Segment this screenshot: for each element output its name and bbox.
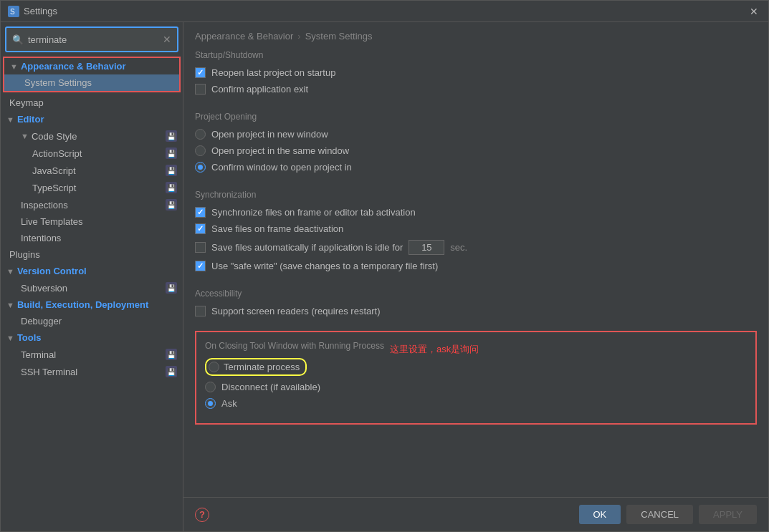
breadcrumb: Appearance & Behavior › System Settings	[183, 22, 768, 47]
sidebar-item-terminal[interactable]: Terminal 💾	[1, 346, 183, 363]
ask-label: Ask	[221, 398, 237, 409]
sidebar-item-subversion[interactable]: Subversion 💾	[1, 279, 183, 296]
sidebar-label: ActionScript	[32, 148, 82, 159]
sidebar-item-inspections[interactable]: Inspections 💾	[1, 196, 183, 213]
window-title: Settings	[24, 6, 747, 16]
disconnect-label: Disconnect (if available)	[221, 382, 320, 392]
confirm-window-radio[interactable]	[195, 162, 206, 173]
confirm-exit-row: Confirm application exit	[195, 84, 757, 95]
same-window-row: Open project in the same window	[195, 145, 757, 156]
reopen-last-checkbox[interactable]: ✓	[195, 67, 206, 78]
help-button[interactable]: ?	[195, 508, 209, 522]
save-deactivation-checkbox[interactable]: ✓	[195, 223, 206, 234]
sidebar-item-keymap[interactable]: Keymap	[1, 95, 183, 111]
disconnect-row: Disconnect (if available)	[205, 382, 747, 392]
sidebar-item-ssh-terminal[interactable]: SSH Terminal 💾	[1, 363, 183, 380]
startup-shutdown-title: Startup/Shutdown	[195, 47, 757, 60]
sidebar-item-build-execution[interactable]: ▼ Build, Execution, Deployment	[1, 296, 183, 313]
sidebar-label: System Settings	[24, 77, 92, 88]
sidebar-label: SSH Terminal	[21, 367, 77, 377]
synchronization-section: Synchronization ✓ Synchronize files on f…	[195, 187, 757, 271]
sidebar-item-actionscript[interactable]: ActionScript 💾	[1, 145, 183, 162]
sidebar-item-debugger[interactable]: Debugger	[1, 313, 183, 329]
sidebar-item-plugins[interactable]: Plugins	[1, 246, 183, 263]
sidebar-item-appearance-behavior[interactable]: ▼ Appearance & Behavior	[4, 58, 179, 74]
save-auto-checkbox[interactable]	[195, 242, 206, 253]
sidebar-label: Editor	[17, 114, 44, 125]
checkbox-check-icon: ✓	[197, 224, 204, 233]
sidebar-label: Terminal	[21, 349, 56, 360]
sidebar-item-code-style[interactable]: ▼ Code Style 💾	[1, 127, 183, 145]
highlighted-sidebar-group: ▼ Appearance & Behavior System Settings	[3, 57, 181, 92]
terminate-process-radio[interactable]	[209, 362, 219, 372]
save-deactivation-row: ✓ Save files on frame deactivation	[195, 223, 757, 234]
sidebar-item-typescript[interactable]: TypeScript 💾	[1, 179, 183, 196]
disconnect-radio[interactable]	[205, 382, 216, 392]
app-icon: S	[8, 6, 19, 17]
expand-arrow: ▼	[10, 62, 18, 71]
screen-readers-checkbox[interactable]	[195, 306, 206, 316]
save-badge: 💾	[166, 130, 177, 142]
footer-left: ?	[195, 508, 573, 522]
svg-text:S: S	[10, 8, 15, 16]
save-deactivation-label: Save files on frame deactivation	[211, 223, 343, 234]
breadcrumb-system-settings: System Settings	[305, 31, 373, 42]
close-button[interactable]: ✕	[747, 4, 761, 19]
safe-write-checkbox[interactable]: ✓	[195, 261, 206, 271]
sidebar-label: Debugger	[21, 316, 62, 327]
sidebar-item-editor[interactable]: ▼ Editor	[1, 111, 183, 127]
new-window-label: Open project in new window	[211, 129, 328, 140]
sidebar-label: Intentions	[21, 233, 61, 243]
same-window-radio[interactable]	[195, 145, 206, 156]
screen-readers-label: Support screen readers (requires restart…	[211, 306, 381, 316]
save-badge: 💾	[166, 147, 177, 159]
sidebar-label: Keymap	[9, 97, 44, 108]
accessibility-title: Accessibility	[195, 286, 757, 299]
checkbox-check-icon: ✓	[197, 68, 204, 77]
sync-files-checkbox[interactable]: ✓	[195, 207, 206, 218]
sidebar-item-tools[interactable]: ▼ Tools	[1, 329, 183, 346]
chinese-annotation: 这里设置，ask是询问	[390, 343, 479, 356]
sidebar-label: Plugins	[9, 249, 40, 260]
idle-time-input[interactable]	[409, 240, 444, 255]
accessibility-section: Accessibility Support screen readers (re…	[195, 286, 757, 316]
sidebar-label: Tools	[17, 332, 42, 343]
breadcrumb-separator: ›	[297, 31, 300, 42]
project-opening-title: Project Opening	[195, 109, 757, 122]
sidebar-item-live-templates[interactable]: Live Templates	[1, 213, 183, 230]
search-input[interactable]	[28, 34, 163, 45]
ask-radio[interactable]	[205, 398, 216, 409]
new-window-row: Open project in new window	[195, 129, 757, 140]
screen-readers-row: Support screen readers (requires restart…	[195, 306, 757, 316]
sidebar-item-system-settings[interactable]: System Settings	[4, 74, 179, 91]
settings-content: Startup/Shutdown ✓ Reopen last project o…	[183, 47, 768, 497]
terminate-process-label: Terminate process	[224, 362, 300, 372]
sidebar-label: Inspections	[21, 200, 68, 211]
sidebar: 🔍 ✕ ▼ Appearance & Behavior System Setti…	[1, 22, 183, 531]
save-badge: 💾	[166, 182, 177, 193]
sidebar-label: Build, Execution, Deployment	[17, 299, 148, 310]
ok-button[interactable]: OK	[579, 505, 621, 524]
sidebar-item-intentions[interactable]: Intentions	[1, 230, 183, 246]
expand-arrow: ▼	[6, 334, 14, 342]
settings-window: S Settings ✕ 🔍 ✕ ▼ Appearance & Behavior	[0, 0, 769, 532]
startup-shutdown-section: Startup/Shutdown ✓ Reopen last project o…	[195, 47, 757, 95]
sidebar-label: Code Style	[32, 131, 77, 142]
reopen-last-label: Reopen last project on startup	[211, 67, 335, 78]
new-window-radio[interactable]	[195, 129, 206, 140]
synchronization-title: Synchronization	[195, 187, 757, 200]
apply-button[interactable]: APPLY	[699, 505, 757, 524]
sec-label: sec.	[450, 242, 467, 253]
checkbox-check-icon: ✓	[197, 261, 204, 271]
sidebar-item-version-control[interactable]: ▼ Version Control	[1, 263, 183, 279]
confirm-exit-checkbox[interactable]	[195, 84, 206, 95]
checkbox-check-icon: ✓	[197, 208, 204, 217]
confirm-window-label: Confirm window to open project in	[211, 162, 352, 173]
sidebar-label: Subversion	[21, 283, 67, 294]
sidebar-label: JavaScript	[32, 165, 76, 176]
sidebar-item-javascript[interactable]: JavaScript 💾	[1, 162, 183, 179]
cancel-button[interactable]: CANCEL	[626, 505, 693, 524]
search-clear-icon[interactable]: ✕	[163, 34, 171, 45]
breadcrumb-appearance: Appearance & Behavior	[195, 31, 293, 42]
expand-arrow: ▼	[6, 267, 14, 276]
